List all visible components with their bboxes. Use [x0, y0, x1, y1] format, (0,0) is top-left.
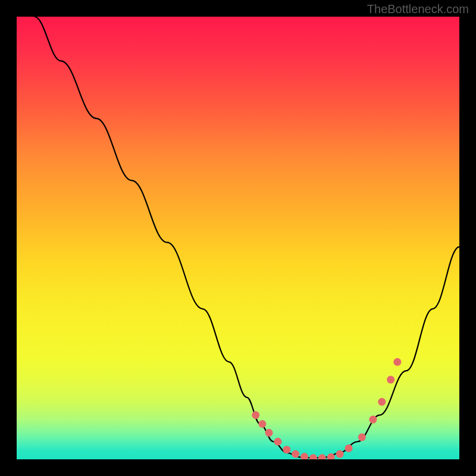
- marker-dot: [265, 429, 273, 437]
- marker-dot: [345, 444, 353, 452]
- marker-dot: [300, 453, 308, 459]
- marker-dot: [252, 411, 259, 419]
- marker-dot: [309, 454, 317, 459]
- watermark-text: TheBottleneck.com: [367, 2, 469, 16]
- marker-dot: [369, 416, 377, 424]
- marker-dot: [258, 420, 266, 428]
- marker-dot: [274, 438, 281, 446]
- marker-dot: [358, 433, 366, 441]
- marker-dot: [378, 398, 386, 406]
- chart-overlay-svg: [17, 17, 459, 459]
- marker-dot: [387, 376, 394, 384]
- chart-plot-area: [17, 17, 459, 459]
- marker-group: [252, 358, 401, 459]
- marker-dot: [292, 450, 299, 458]
- marker-dot: [336, 450, 344, 458]
- marker-dot: [283, 446, 290, 453]
- marker-dot: [318, 454, 326, 459]
- bottleneck-curve: [35, 17, 459, 458]
- marker-dot: [393, 358, 401, 366]
